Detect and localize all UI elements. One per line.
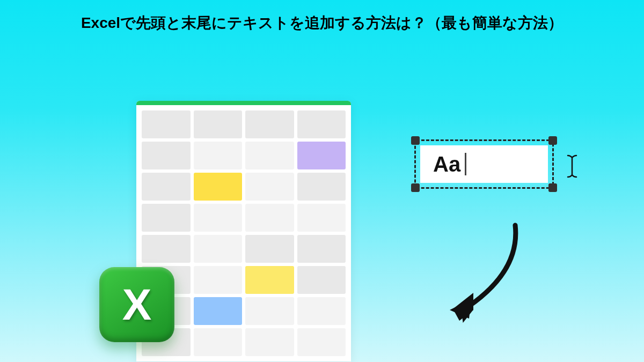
table-cell [194, 235, 243, 263]
table-cell [245, 110, 294, 138]
table-cell [194, 328, 243, 356]
table-cell [245, 142, 294, 169]
text-cursor-icon [465, 153, 466, 175]
table-cell [142, 204, 191, 232]
table-cell [245, 235, 294, 263]
table-cell [297, 297, 346, 325]
excel-x-letter: X [122, 279, 152, 330]
table-cell [245, 328, 294, 356]
table-cell-highlight-yellow [194, 173, 243, 201]
table-cell [297, 173, 346, 201]
textbox-input[interactable]: Aa [420, 145, 548, 183]
table-cell [297, 266, 346, 294]
resize-handle-icon [411, 183, 420, 192]
table-cell [142, 173, 191, 201]
table-cell-highlight-yellow [245, 266, 294, 294]
resize-handle-icon [548, 183, 557, 192]
table-cell [245, 173, 294, 201]
resize-handle-icon [411, 136, 420, 145]
table-cell [142, 110, 191, 138]
textbox-selection-frame: Aa [414, 139, 554, 189]
table-cell-highlight-purple [297, 142, 346, 169]
arrow-icon [408, 220, 547, 327]
sheet-header-bar [136, 101, 351, 105]
table-cell [297, 110, 346, 138]
table-cell [142, 142, 191, 169]
page-title: Excelで先頭と末尾にテキストを追加する方法は？（最も簡単な方法） [0, 0, 644, 34]
ibeam-cursor-icon [566, 154, 578, 178]
resize-handle-icon [548, 136, 557, 145]
textbox-value: Aa [433, 152, 460, 176]
table-cell [194, 204, 243, 232]
table-cell-highlight-blue [194, 297, 243, 325]
table-cell [142, 235, 191, 263]
table-cell [297, 328, 346, 356]
table-cell [245, 297, 294, 325]
table-cell [194, 142, 243, 169]
table-cell [297, 204, 346, 232]
table-cell [297, 235, 346, 263]
table-cell [194, 266, 243, 294]
excel-app-icon: X [99, 267, 174, 342]
table-cell [194, 110, 243, 138]
table-cell [245, 204, 294, 232]
